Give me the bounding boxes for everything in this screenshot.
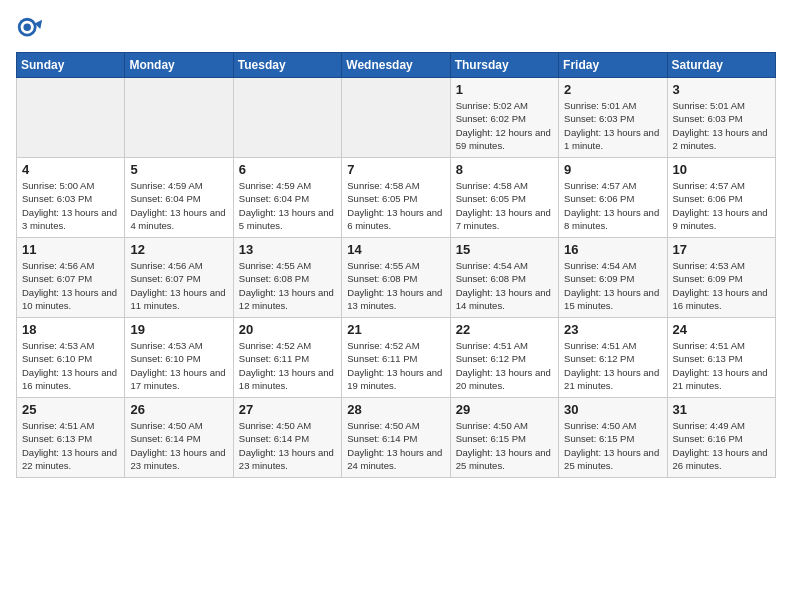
logo-icon	[16, 16, 44, 44]
week-row-2: 4Sunrise: 5:00 AM Sunset: 6:03 PM Daylig…	[17, 158, 776, 238]
day-info: Sunrise: 4:57 AM Sunset: 6:06 PM Dayligh…	[564, 179, 661, 232]
day-number: 21	[347, 322, 444, 337]
header-cell-tuesday: Tuesday	[233, 53, 341, 78]
day-info: Sunrise: 4:55 AM Sunset: 6:08 PM Dayligh…	[347, 259, 444, 312]
day-cell: 26Sunrise: 4:50 AM Sunset: 6:14 PM Dayli…	[125, 398, 233, 478]
day-cell: 12Sunrise: 4:56 AM Sunset: 6:07 PM Dayli…	[125, 238, 233, 318]
day-info: Sunrise: 4:50 AM Sunset: 6:14 PM Dayligh…	[239, 419, 336, 472]
day-cell: 8Sunrise: 4:58 AM Sunset: 6:05 PM Daylig…	[450, 158, 558, 238]
day-info: Sunrise: 4:49 AM Sunset: 6:16 PM Dayligh…	[673, 419, 770, 472]
day-number: 28	[347, 402, 444, 417]
day-number: 27	[239, 402, 336, 417]
day-number: 8	[456, 162, 553, 177]
day-cell: 2Sunrise: 5:01 AM Sunset: 6:03 PM Daylig…	[559, 78, 667, 158]
day-info: Sunrise: 5:01 AM Sunset: 6:03 PM Dayligh…	[673, 99, 770, 152]
day-info: Sunrise: 4:51 AM Sunset: 6:12 PM Dayligh…	[564, 339, 661, 392]
day-number: 9	[564, 162, 661, 177]
header-cell-thursday: Thursday	[450, 53, 558, 78]
day-info: Sunrise: 5:01 AM Sunset: 6:03 PM Dayligh…	[564, 99, 661, 152]
day-number: 30	[564, 402, 661, 417]
day-number: 26	[130, 402, 227, 417]
day-info: Sunrise: 4:53 AM Sunset: 6:10 PM Dayligh…	[130, 339, 227, 392]
day-cell: 23Sunrise: 4:51 AM Sunset: 6:12 PM Dayli…	[559, 318, 667, 398]
day-cell: 27Sunrise: 4:50 AM Sunset: 6:14 PM Dayli…	[233, 398, 341, 478]
day-cell: 22Sunrise: 4:51 AM Sunset: 6:12 PM Dayli…	[450, 318, 558, 398]
day-number: 7	[347, 162, 444, 177]
day-number: 5	[130, 162, 227, 177]
header-cell-sunday: Sunday	[17, 53, 125, 78]
day-info: Sunrise: 5:00 AM Sunset: 6:03 PM Dayligh…	[22, 179, 119, 232]
day-cell: 3Sunrise: 5:01 AM Sunset: 6:03 PM Daylig…	[667, 78, 775, 158]
week-row-5: 25Sunrise: 4:51 AM Sunset: 6:13 PM Dayli…	[17, 398, 776, 478]
day-number: 14	[347, 242, 444, 257]
day-cell	[342, 78, 450, 158]
day-number: 3	[673, 82, 770, 97]
day-number: 16	[564, 242, 661, 257]
day-info: Sunrise: 4:51 AM Sunset: 6:13 PM Dayligh…	[673, 339, 770, 392]
day-cell: 31Sunrise: 4:49 AM Sunset: 6:16 PM Dayli…	[667, 398, 775, 478]
day-cell: 25Sunrise: 4:51 AM Sunset: 6:13 PM Dayli…	[17, 398, 125, 478]
day-number: 15	[456, 242, 553, 257]
day-info: Sunrise: 4:50 AM Sunset: 6:14 PM Dayligh…	[130, 419, 227, 472]
day-cell: 20Sunrise: 4:52 AM Sunset: 6:11 PM Dayli…	[233, 318, 341, 398]
header-cell-wednesday: Wednesday	[342, 53, 450, 78]
day-number: 10	[673, 162, 770, 177]
day-cell: 10Sunrise: 4:57 AM Sunset: 6:06 PM Dayli…	[667, 158, 775, 238]
day-number: 2	[564, 82, 661, 97]
header-row: SundayMondayTuesdayWednesdayThursdayFrid…	[17, 53, 776, 78]
day-info: Sunrise: 4:58 AM Sunset: 6:05 PM Dayligh…	[347, 179, 444, 232]
day-cell: 17Sunrise: 4:53 AM Sunset: 6:09 PM Dayli…	[667, 238, 775, 318]
day-info: Sunrise: 4:52 AM Sunset: 6:11 PM Dayligh…	[239, 339, 336, 392]
day-cell: 7Sunrise: 4:58 AM Sunset: 6:05 PM Daylig…	[342, 158, 450, 238]
day-number: 23	[564, 322, 661, 337]
day-number: 22	[456, 322, 553, 337]
day-number: 12	[130, 242, 227, 257]
day-cell	[17, 78, 125, 158]
day-info: Sunrise: 4:50 AM Sunset: 6:15 PM Dayligh…	[456, 419, 553, 472]
day-number: 1	[456, 82, 553, 97]
day-info: Sunrise: 4:53 AM Sunset: 6:09 PM Dayligh…	[673, 259, 770, 312]
day-cell: 13Sunrise: 4:55 AM Sunset: 6:08 PM Dayli…	[233, 238, 341, 318]
day-number: 18	[22, 322, 119, 337]
day-cell: 11Sunrise: 4:56 AM Sunset: 6:07 PM Dayli…	[17, 238, 125, 318]
day-number: 31	[673, 402, 770, 417]
day-number: 25	[22, 402, 119, 417]
day-cell: 18Sunrise: 4:53 AM Sunset: 6:10 PM Dayli…	[17, 318, 125, 398]
day-number: 19	[130, 322, 227, 337]
day-number: 6	[239, 162, 336, 177]
day-info: Sunrise: 4:54 AM Sunset: 6:09 PM Dayligh…	[564, 259, 661, 312]
day-cell: 4Sunrise: 5:00 AM Sunset: 6:03 PM Daylig…	[17, 158, 125, 238]
header-cell-saturday: Saturday	[667, 53, 775, 78]
day-cell: 19Sunrise: 4:53 AM Sunset: 6:10 PM Dayli…	[125, 318, 233, 398]
day-cell: 28Sunrise: 4:50 AM Sunset: 6:14 PM Dayli…	[342, 398, 450, 478]
week-row-1: 1Sunrise: 5:02 AM Sunset: 6:02 PM Daylig…	[17, 78, 776, 158]
day-info: Sunrise: 4:55 AM Sunset: 6:08 PM Dayligh…	[239, 259, 336, 312]
header	[16, 16, 776, 44]
day-info: Sunrise: 4:56 AM Sunset: 6:07 PM Dayligh…	[130, 259, 227, 312]
day-info: Sunrise: 5:02 AM Sunset: 6:02 PM Dayligh…	[456, 99, 553, 152]
day-cell: 5Sunrise: 4:59 AM Sunset: 6:04 PM Daylig…	[125, 158, 233, 238]
day-info: Sunrise: 4:50 AM Sunset: 6:14 PM Dayligh…	[347, 419, 444, 472]
day-number: 13	[239, 242, 336, 257]
week-row-3: 11Sunrise: 4:56 AM Sunset: 6:07 PM Dayli…	[17, 238, 776, 318]
day-number: 29	[456, 402, 553, 417]
day-info: Sunrise: 4:51 AM Sunset: 6:13 PM Dayligh…	[22, 419, 119, 472]
day-info: Sunrise: 4:59 AM Sunset: 6:04 PM Dayligh…	[239, 179, 336, 232]
day-info: Sunrise: 4:58 AM Sunset: 6:05 PM Dayligh…	[456, 179, 553, 232]
week-row-4: 18Sunrise: 4:53 AM Sunset: 6:10 PM Dayli…	[17, 318, 776, 398]
header-cell-monday: Monday	[125, 53, 233, 78]
day-number: 4	[22, 162, 119, 177]
day-info: Sunrise: 4:57 AM Sunset: 6:06 PM Dayligh…	[673, 179, 770, 232]
header-cell-friday: Friday	[559, 53, 667, 78]
day-number: 17	[673, 242, 770, 257]
day-number: 20	[239, 322, 336, 337]
logo	[16, 16, 48, 44]
day-info: Sunrise: 4:53 AM Sunset: 6:10 PM Dayligh…	[22, 339, 119, 392]
day-info: Sunrise: 4:50 AM Sunset: 6:15 PM Dayligh…	[564, 419, 661, 472]
day-cell: 16Sunrise: 4:54 AM Sunset: 6:09 PM Dayli…	[559, 238, 667, 318]
svg-point-2	[23, 23, 30, 30]
day-info: Sunrise: 4:54 AM Sunset: 6:08 PM Dayligh…	[456, 259, 553, 312]
day-info: Sunrise: 4:56 AM Sunset: 6:07 PM Dayligh…	[22, 259, 119, 312]
day-cell	[125, 78, 233, 158]
day-cell: 6Sunrise: 4:59 AM Sunset: 6:04 PM Daylig…	[233, 158, 341, 238]
